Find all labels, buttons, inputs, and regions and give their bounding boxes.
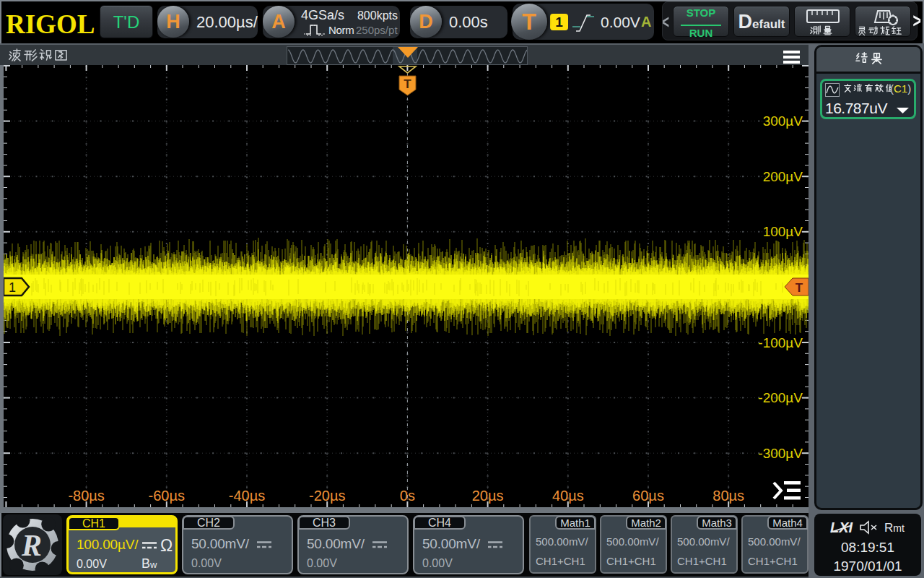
svg-text:200µV: 200µV (763, 169, 803, 184)
svg-text:-40µs: -40µs (229, 488, 265, 504)
svg-text:T: T (796, 281, 803, 295)
svg-text:-300µV: -300µV (758, 446, 803, 461)
svg-text:R: R (21, 529, 42, 562)
svg-text:-200µV: -200µV (758, 390, 803, 405)
svg-text:-20µs: -20µs (309, 488, 345, 504)
svg-text:20µs: 20µs (472, 488, 504, 504)
svg-text:40µs: 40µs (552, 488, 584, 504)
svg-text:-60µs: -60µs (149, 488, 185, 504)
svg-text:0s: 0s (400, 488, 415, 504)
svg-text:T: T (404, 77, 411, 91)
svg-text:80µs: 80µs (712, 488, 744, 504)
svg-text:300µV: 300µV (763, 113, 803, 129)
svg-text:60µs: 60µs (632, 488, 664, 504)
svg-text:-80µs: -80µs (68, 488, 104, 504)
svg-text:100µV: 100µV (763, 224, 803, 239)
svg-text:1: 1 (9, 280, 16, 295)
svg-text:-100µV: -100µV (758, 335, 803, 350)
